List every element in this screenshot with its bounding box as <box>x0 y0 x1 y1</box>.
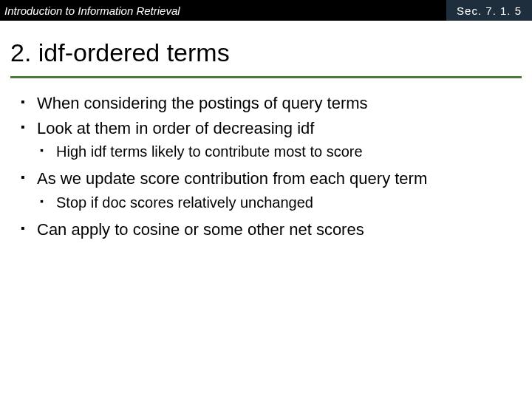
bullet: As we update score contribution from eac… <box>18 168 514 212</box>
sub-bullet-text: Stop if doc scores relatively unchanged <box>56 194 313 211</box>
sub-bullet: Stop if doc scores relatively unchanged <box>37 194 514 212</box>
slide-title: 2. idf-ordered terms <box>10 38 522 67</box>
slide: Introduction to Information Retrieval Se… <box>0 0 532 399</box>
bullet-text: As we update score contribution from eac… <box>37 169 427 188</box>
bullet-text: Look at them in order of decreasing idf <box>37 119 314 137</box>
header-bar: Introduction to Information Retrieval Se… <box>0 0 532 21</box>
slide-body: When considering the postings of query t… <box>0 78 532 239</box>
bullet: Look at them in order of decreasing idf … <box>18 118 514 162</box>
bullet-text: Can apply to cosine or some other net sc… <box>37 220 364 239</box>
sub-bullet: High idf terms likely to contribute most… <box>37 143 514 161</box>
header-course-title: Introduction to Information Retrieval <box>0 4 180 17</box>
bullet: Can apply to cosine or some other net sc… <box>18 219 514 240</box>
header-section-ref: Sec. 7. 1. 5 <box>446 0 532 21</box>
title-wrap: 2. idf-ordered terms <box>0 21 532 72</box>
bullet-text: When considering the postings of query t… <box>37 94 368 112</box>
sub-bullet-text: High idf terms likely to contribute most… <box>56 143 363 160</box>
bullet: When considering the postings of query t… <box>18 93 514 114</box>
